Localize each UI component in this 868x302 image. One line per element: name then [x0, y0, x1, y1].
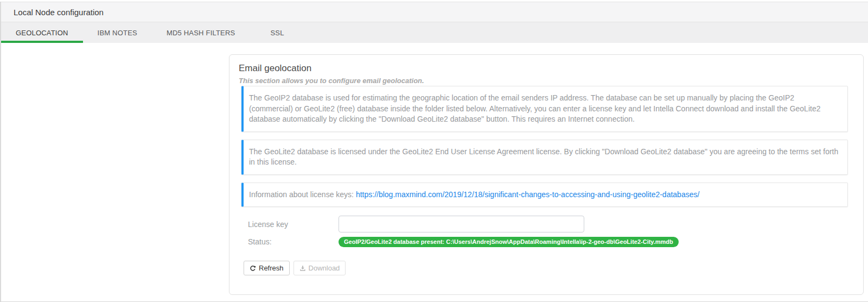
info-box-geoip2-description: The GeoIP2 database is used for estimati… [241, 86, 848, 132]
refresh-icon [250, 265, 256, 272]
info-text: The GeoIP2 database is used for estimati… [249, 93, 820, 123]
info-box-license-agreement: The GeoLite2 database is licensed under … [241, 140, 848, 175]
info-text: Information about license keys: [249, 190, 356, 199]
status-badge: GeoIP2/GeoLite2 database present: C:\Use… [339, 237, 679, 247]
local-node-configuration-page: Local Node configuration GEOLOCATION IBM… [0, 2, 868, 302]
button-row: Refresh Download [244, 261, 848, 275]
download-button[interactable]: Download [293, 261, 346, 275]
section-title: Email geolocation [239, 62, 848, 74]
info-text: The GeoLite2 database is licensed under … [249, 147, 838, 167]
license-key-input[interactable] [339, 216, 584, 232]
license-key-row: License key [248, 216, 848, 232]
tab-content-area: Email geolocation This section allows yo… [1, 43, 868, 295]
tab-label: SSL [270, 29, 284, 37]
tab-label: IBM NOTES [98, 29, 137, 37]
tab-label: GEOLOCATION [16, 29, 68, 37]
email-geolocation-card: Email geolocation This section allows yo… [229, 54, 864, 295]
tab-geolocation[interactable]: GEOLOCATION [1, 22, 83, 43]
page-header: Local Node configuration [1, 2, 868, 22]
status-label: Status: [248, 237, 339, 246]
page-title: Local Node configuration [14, 8, 104, 17]
status-row: Status: GeoIP2/GeoLite2 database present… [248, 236, 848, 247]
info-box-license-keys-link: Information about license keys: https://… [241, 183, 848, 207]
section-subtitle: This section allows you to configure ema… [239, 76, 848, 86]
tab-ibm-notes[interactable]: IBM NOTES [83, 22, 152, 43]
refresh-button-label: Refresh [259, 264, 284, 272]
license-key-label: License key [248, 220, 339, 229]
maxmind-blog-link[interactable]: https://blog.maxmind.com/2019/12/18/sign… [356, 190, 699, 199]
refresh-button[interactable]: Refresh [244, 261, 290, 275]
download-button-label: Download [309, 264, 340, 272]
tab-bar: GEOLOCATION IBM NOTES MD5 HASH FILTERS S… [1, 22, 868, 43]
download-icon [299, 265, 306, 272]
tab-md5-hash-filters[interactable]: MD5 HASH FILTERS [152, 22, 250, 43]
tab-ssl[interactable]: SSL [250, 22, 304, 43]
tab-label: MD5 HASH FILTERS [167, 29, 235, 37]
